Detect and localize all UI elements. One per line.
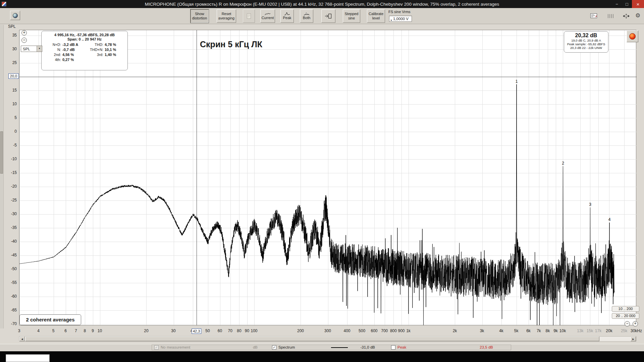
- span-readout: Span: 0 .. 20 947 Hz: [42, 37, 127, 41]
- y-tick-label: -70: [3, 321, 17, 326]
- spectrum-svg[interactable]: 1234: [19, 30, 637, 325]
- y-tick-label: -45: [3, 253, 17, 257]
- stepped-sine-button[interactable]: Stepped sine: [343, 9, 360, 23]
- spectrum-plot[interactable]: 1234 Скрин 5 кГц ЛК: [19, 30, 636, 325]
- fs-sine-vrms-input[interactable]: ▼ 1,0000 V: [389, 16, 412, 22]
- x-tick-label: 30: [171, 328, 175, 333]
- x-tick-label: 900: [398, 328, 405, 333]
- x-tick-label: 6k: [526, 328, 531, 333]
- zoom-in-button[interactable]: +: [21, 30, 27, 36]
- level-readout-box: 20,32 dB 19,0 dB C, 20,9 dB A Peak sampl…: [564, 31, 608, 53]
- horizontal-scrollbar[interactable]: ◀ ▶: [19, 336, 636, 342]
- y-tick-label: -30: [3, 212, 17, 216]
- x-tick-label: 300: [324, 328, 331, 333]
- x-tick-label: 30kHz: [631, 328, 642, 333]
- thd-label: THD:: [87, 42, 105, 47]
- show-distortion-button[interactable]: Show distortion: [191, 9, 209, 23]
- scroll-left-button[interactable]: ◀: [19, 337, 25, 341]
- pan-zoom-button[interactable]: [621, 11, 632, 21]
- current-spectrum-button[interactable]: Current: [260, 9, 275, 23]
- gear-icon[interactable]: ⚙: [635, 12, 640, 19]
- thdn-value: 10,1 %: [105, 47, 124, 52]
- level-db-value: 20,32 dB: [564, 33, 608, 39]
- wav-file-icon: [246, 13, 252, 19]
- h4-label: 4th:: [46, 57, 62, 62]
- spectrum-checkbox[interactable]: ✓: [272, 345, 276, 350]
- scaling-view-button[interactable]: [589, 11, 599, 21]
- title-bar: MICROPHONE (Общая громкость) R on Микроф…: [0, 0, 644, 8]
- band-bars-button[interactable]: [605, 11, 616, 21]
- n-label: N:: [46, 47, 62, 52]
- spectrum-value: -31,0 dB: [356, 345, 375, 349]
- y-tick-label: -35: [3, 225, 17, 230]
- x-tick-label: 20: [144, 328, 148, 333]
- y-tick-label: -65: [3, 308, 17, 312]
- x-tick-label: 1k: [406, 328, 411, 333]
- peak-hold-value: 23,5 dB: [474, 345, 493, 349]
- level-meter-icon: [590, 13, 598, 19]
- cursor-readout: 4 995,16 Hz, -57,36 dBFS, 20,28 dB: [42, 33, 127, 37]
- scroll-right-button[interactable]: ▶: [631, 337, 636, 341]
- y-tick-label: 15: [3, 88, 17, 93]
- close-button[interactable]: ×: [632, 0, 644, 8]
- horizontal-scrollbar-thumb[interactable]: [25, 337, 599, 341]
- h3-value: 1,40 %: [105, 52, 124, 57]
- window-title: MICROPHONE (Общая громкость) R on Микроф…: [0, 2, 644, 7]
- y-tick-label: 30: [3, 47, 17, 51]
- range-20-20000-button[interactable]: 20 .. 20 000: [612, 313, 639, 319]
- signal-generator-button[interactable]: [321, 9, 335, 23]
- harmonic-peak-label: 1: [516, 79, 518, 84]
- peak-sample-value: Peak sample: -55,82 dBFS: [564, 42, 608, 46]
- maximize-button[interactable]: □: [622, 0, 632, 8]
- x-tick-label: 4: [37, 328, 40, 333]
- no-measurement-checkbox[interactable]: ✓: [154, 345, 159, 350]
- y-tick-label: -25: [3, 198, 17, 202]
- record-button[interactable]: [627, 31, 638, 42]
- x-tick-label: 400: [343, 328, 350, 333]
- range-10-200-button[interactable]: 10 .. 200: [612, 306, 639, 312]
- x-tick-label: 2k: [453, 328, 457, 333]
- y-unit-select[interactable]: SPL ▼: [21, 46, 42, 52]
- chevron-down-icon: ▼: [37, 46, 42, 52]
- x-tick-label: 8k: [546, 328, 550, 333]
- current-label: Current: [262, 16, 274, 20]
- x-tick-label: 3: [18, 328, 20, 333]
- calibrate-level-button[interactable]: Calibrate level: [367, 9, 385, 23]
- x-tick-label: 17k: [595, 328, 601, 333]
- y-cursor-value[interactable]: 20,0: [8, 73, 19, 79]
- zoom-out-x-button[interactable]: −: [625, 321, 630, 326]
- fs-sine-vrms-label: FS sine Vrms: [388, 10, 411, 14]
- y-tick-label: -40: [3, 239, 17, 244]
- x-tick-label: 13k: [577, 328, 583, 333]
- x-tick-label: 70: [228, 328, 232, 333]
- toolbar: Show distortion Reset averaging Current …: [0, 8, 644, 24]
- x-tick-label: 600: [371, 328, 377, 333]
- x-cursor-value[interactable]: 42,3: [192, 328, 201, 334]
- both-spectra-button[interactable]: Both: [300, 9, 313, 23]
- reset-averaging-button[interactable]: Reset averaging: [217, 9, 236, 23]
- x-tick-label: 700: [381, 328, 388, 333]
- chart-title: Скрин 5 кГц ЛК: [200, 40, 262, 49]
- h2-value: 4,56 %: [62, 52, 87, 57]
- peak-spectrum-button[interactable]: Peak: [280, 9, 294, 23]
- minimize-button[interactable]: −: [612, 0, 622, 8]
- x-tick-label: 20k: [606, 328, 612, 333]
- vertical-scrollbar-thumb[interactable]: [0, 131, 3, 174]
- y-tick-label: -60: [3, 294, 17, 299]
- level-weighted-values: 19,0 dB C, 20,9 dB A: [564, 39, 608, 42]
- nd-label: N+D:: [46, 42, 62, 47]
- y-tick-label: -55: [3, 280, 17, 285]
- x-tick-label: 80: [237, 328, 241, 333]
- measurement-info-box: 4 995,16 Hz, -57,36 dBFS, 20,28 dB Span:…: [41, 31, 128, 70]
- spectrum-trace: [19, 84, 614, 325]
- signal-generator-icon: [325, 13, 332, 19]
- background-window: [6, 354, 50, 362]
- snapshot-button[interactable]: [10, 11, 20, 20]
- x-tick-label: 800: [390, 328, 397, 333]
- x-tick-label: 90: [245, 328, 249, 333]
- thdn-label: THD+N:: [87, 47, 105, 52]
- zoom-in-x-button[interactable]: +: [633, 321, 638, 326]
- peak-checkbox[interactable]: [391, 345, 395, 350]
- wav-file-button[interactable]: [243, 9, 255, 23]
- zoom-out-button[interactable]: −: [21, 38, 27, 43]
